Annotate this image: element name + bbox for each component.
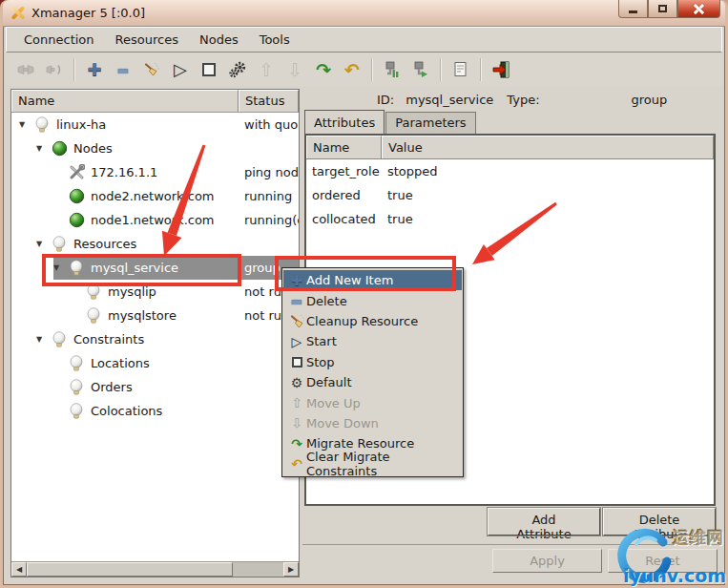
- tree-row-node2[interactable]: node2.network.com running: [11, 184, 299, 208]
- scrollbar-thumb[interactable]: [27, 562, 233, 577]
- expander-icon[interactable]: [36, 144, 52, 153]
- default-gears-icon[interactable]: [223, 56, 252, 83]
- tree-row-linux-ha[interactable]: linux-ha with quor: [11, 113, 299, 136]
- menu-connection[interactable]: Connection: [14, 29, 104, 51]
- maximize-button[interactable]: [648, 0, 677, 18]
- add-icon[interactable]: [80, 56, 109, 83]
- menu-item-clear-migrate-constraints[interactable]: Clear Migrate Constraints: [283, 454, 462, 474]
- scroll-right-icon[interactable]: ▶: [283, 562, 299, 577]
- tree-status: running: [239, 189, 299, 203]
- sphere-icon: [69, 188, 85, 204]
- tree-label: mysqlip: [108, 284, 156, 299]
- tree-status: running(c: [239, 213, 299, 227]
- node-standby-icon[interactable]: [378, 56, 406, 83]
- menu-tools[interactable]: Tools: [250, 29, 300, 51]
- attr-value: true: [382, 212, 714, 226]
- play-icon: [287, 335, 306, 348]
- horizontal-scrollbar[interactable]: ◀ ▶: [11, 561, 299, 577]
- arrow-down-icon: [287, 416, 306, 430]
- menu-item-cleanup-resource[interactable]: Cleanup Resource: [283, 311, 462, 331]
- column-header-name[interactable]: Name: [11, 90, 239, 112]
- cleanup-icon[interactable]: [137, 56, 166, 83]
- table-row[interactable]: target_role stopped: [306, 159, 714, 183]
- stop-icon[interactable]: [195, 56, 223, 83]
- disconnect-icon[interactable]: [40, 56, 69, 83]
- annotation-box-add-new-item: [275, 256, 456, 291]
- minimize-button[interactable]: [618, 0, 648, 18]
- menu-item-start[interactable]: Start: [283, 331, 462, 351]
- table-row[interactable]: ordered true: [306, 183, 714, 207]
- type-label: Type:: [507, 93, 539, 107]
- menu-nodes[interactable]: Nodes: [190, 29, 248, 51]
- tree-row-node1[interactable]: node1.network.com running(c: [11, 208, 299, 232]
- menu-item-stop[interactable]: Stop: [283, 352, 462, 372]
- move-up-icon[interactable]: [252, 56, 281, 83]
- tree-label: Resources: [73, 237, 136, 251]
- bulb-icon: [52, 331, 68, 347]
- column-header-status[interactable]: Status: [239, 90, 299, 112]
- menu-item-label: Clear Migrate Constraints: [306, 450, 462, 478]
- expander-icon[interactable]: [36, 335, 52, 344]
- menu-item-label: Move Down: [306, 416, 379, 430]
- view-document-icon[interactable]: [447, 56, 475, 83]
- expander-icon[interactable]: [19, 120, 34, 129]
- scrollbar-track[interactable]: [233, 562, 283, 577]
- start-icon[interactable]: [166, 56, 195, 83]
- tree-row-orders[interactable]: Orders: [11, 375, 299, 399]
- tree-label: 172.16.1.1: [91, 165, 157, 179]
- menu-item-move-down[interactable]: Move Down: [283, 413, 462, 433]
- xmanager-app-icon: [10, 6, 25, 20]
- exit-icon[interactable]: [487, 56, 515, 83]
- menu-item-delete[interactable]: Delete: [283, 290, 462, 310]
- scroll-left-icon[interactable]: ◀: [11, 562, 27, 577]
- move-down-icon[interactable]: [281, 56, 309, 83]
- close-icon: [694, 4, 704, 14]
- tree-row-constraints[interactable]: Constraints: [11, 327, 299, 351]
- bulb-icon: [34, 116, 51, 133]
- migrate-icon[interactable]: [309, 56, 338, 83]
- table-row[interactable]: collocated true: [306, 207, 714, 231]
- remove-icon[interactable]: [109, 56, 137, 83]
- title-bar[interactable]: Xmanager 5 [:0.0]: [3, 0, 725, 27]
- menu-item-move-up[interactable]: Move Up: [283, 392, 462, 412]
- bulb-icon: [69, 379, 85, 395]
- tree-row-mysqlstore[interactable]: mysqlstore not run: [11, 304, 299, 327]
- type-value: group: [632, 93, 668, 107]
- menu-resources[interactable]: Resources: [106, 29, 188, 51]
- menu-item-label: Delete: [306, 294, 347, 308]
- tree-row-nodes[interactable]: Nodes: [11, 136, 299, 160]
- watermark-site-name: 运维网: [673, 527, 724, 549]
- close-button[interactable]: [677, 0, 720, 18]
- maximize-icon: [658, 5, 667, 12]
- menu-bar: Connection Resources Nodes Tools: [6, 27, 722, 52]
- node-online-icon[interactable]: [406, 56, 435, 83]
- tab-parameters[interactable]: Parameters: [385, 112, 475, 134]
- tree-row-locations[interactable]: Locations: [11, 351, 299, 375]
- toolbar: [6, 53, 722, 86]
- bulb-icon: [86, 307, 102, 324]
- migrate-arrow-icon: [287, 437, 306, 451]
- tree-label: Constraints: [73, 332, 144, 346]
- attr-column-name[interactable]: Name: [306, 136, 382, 158]
- add-attribute-button[interactable]: Add Attribute: [488, 508, 600, 536]
- menu-item-label: Migrate Resource: [306, 436, 414, 451]
- tree-label: Orders: [91, 380, 133, 394]
- minus-icon: [287, 294, 306, 307]
- clear-migrate-icon[interactable]: [338, 56, 366, 83]
- menu-item-default[interactable]: Default: [283, 372, 462, 392]
- tree-row-colocations[interactable]: Colocations: [11, 399, 299, 423]
- sphere-icon: [69, 212, 85, 228]
- arrow-up-icon: [287, 396, 306, 410]
- tab-attributes[interactable]: Attributes: [304, 110, 385, 134]
- tree-row-ping-node[interactable]: 172.16.1.1 ping node: [11, 160, 299, 184]
- connect-icon[interactable]: [11, 56, 40, 83]
- attr-column-value[interactable]: Value: [382, 136, 714, 158]
- attr-value: stopped: [382, 164, 714, 178]
- apply-button[interactable]: Apply: [492, 549, 602, 573]
- tree-column-headers: Name Status: [11, 90, 299, 113]
- tree-row-resources[interactable]: Resources: [11, 232, 299, 256]
- expander-icon[interactable]: [36, 240, 52, 248]
- menu-item-label: Default: [306, 375, 352, 389]
- toolbar-separator: [440, 58, 442, 81]
- menu-item-label: Move Up: [306, 396, 361, 410]
